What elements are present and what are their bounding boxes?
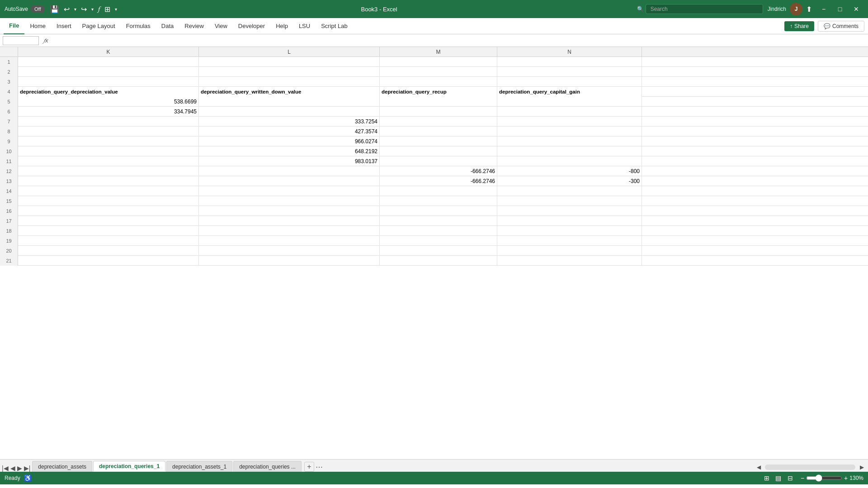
cell-l10[interactable]: 648.2192 xyxy=(199,146,380,156)
row-number[interactable]: 5 xyxy=(0,97,18,107)
row-number[interactable]: 20 xyxy=(0,246,18,256)
comments-button[interactable]: 💬 Comments xyxy=(818,21,864,32)
row-number[interactable]: 13 xyxy=(0,176,18,186)
cell-k10[interactable] xyxy=(18,146,199,156)
row-number[interactable]: 16 xyxy=(0,206,18,216)
cell-n5[interactable] xyxy=(497,97,642,107)
cell-m13[interactable]: -666.2746 xyxy=(380,176,497,186)
cell-m2[interactable] xyxy=(380,67,497,77)
cell-n8[interactable] xyxy=(497,127,642,136)
cell-m10[interactable] xyxy=(380,146,497,156)
sheet-tab-depreciation-queries[interactable]: depreciation_queries ... xyxy=(233,461,302,472)
search-input[interactable] xyxy=(646,4,763,14)
autosave-toggle[interactable]: Off xyxy=(31,5,44,13)
avatar[interactable]: J xyxy=(790,3,802,15)
cell-k2[interactable] xyxy=(18,67,199,77)
undo-icon[interactable]: ↩ xyxy=(64,5,70,14)
cell-m11[interactable] xyxy=(380,156,497,166)
tab-nav-prev[interactable]: ◀ xyxy=(10,465,15,472)
cell-n9[interactable] xyxy=(497,136,642,146)
row-number[interactable]: 1 xyxy=(0,57,18,67)
row-number[interactable]: 4 xyxy=(0,87,18,97)
cell-n6[interactable] xyxy=(497,107,642,117)
cell-n1[interactable] xyxy=(497,57,642,67)
cell-k3[interactable] xyxy=(18,77,199,87)
row-number[interactable]: 9 xyxy=(0,136,18,146)
row-number[interactable]: 7 xyxy=(0,117,18,127)
row-number[interactable]: 15 xyxy=(0,196,18,206)
scroll-left-button[interactable]: ◀ xyxy=(754,463,763,472)
cell-l13[interactable] xyxy=(199,176,380,186)
cell-k9[interactable] xyxy=(18,136,199,146)
minimize-button[interactable]: − xyxy=(816,3,831,15)
save-icon[interactable]: 💾 xyxy=(50,5,59,14)
undo-dropdown-icon[interactable]: ▾ xyxy=(74,7,76,12)
cell-l7[interactable]: 333.7254 xyxy=(199,117,380,127)
cell-m1[interactable] xyxy=(380,57,497,67)
cell-m7[interactable] xyxy=(380,117,497,127)
horizontal-scrollbar[interactable] xyxy=(765,465,855,470)
col-header-k[interactable]: K xyxy=(18,47,199,56)
cell-n14[interactable] xyxy=(497,186,642,196)
tab-nav-prev-icon[interactable]: ◀ xyxy=(10,465,15,472)
page-break-view-icon[interactable]: ⊟ xyxy=(785,473,795,483)
redo-icon[interactable]: ↪ xyxy=(81,5,87,14)
row-number[interactable]: 3 xyxy=(0,77,18,87)
tab-lsu[interactable]: LSU xyxy=(293,18,316,34)
share-button[interactable]: ↑ Share xyxy=(784,21,814,31)
cell-n12[interactable]: -800 xyxy=(497,166,642,176)
upload-icon[interactable]: ⬆ xyxy=(806,5,812,14)
zoom-in-icon[interactable]: + xyxy=(844,474,848,482)
cell-k13[interactable] xyxy=(18,176,199,186)
col-header-m[interactable]: M xyxy=(380,47,497,56)
sheet-tab-depreciation-assets-1[interactable]: depreciation_assets_1 xyxy=(166,461,232,472)
scroll-right-button[interactable]: ▶ xyxy=(857,463,866,472)
cell-m5[interactable] xyxy=(380,97,497,107)
cell-l1[interactable] xyxy=(199,57,380,67)
col-header-n[interactable]: N xyxy=(497,47,642,56)
cell-m4[interactable]: depreciation_query_recup xyxy=(380,87,497,97)
tab-help[interactable]: Help xyxy=(270,18,293,34)
tab-developer[interactable]: Developer xyxy=(233,18,270,34)
page-layout-view-icon[interactable]: ▤ xyxy=(774,473,783,483)
cell-k7[interactable] xyxy=(18,117,199,127)
tab-formulas[interactable]: Formulas xyxy=(121,18,156,34)
sheet-tab-depreciation-assets[interactable]: depreciation_assets xyxy=(32,461,92,472)
row-number[interactable]: 2 xyxy=(0,67,18,77)
normal-view-icon[interactable]: ⊞ xyxy=(762,473,772,483)
tab-nav-next-icon[interactable]: ▶ xyxy=(17,465,22,472)
tab-insert[interactable]: Insert xyxy=(51,18,77,34)
add-sheet-button[interactable]: + xyxy=(304,462,314,472)
cell-l5[interactable] xyxy=(199,97,380,107)
row-number[interactable]: 17 xyxy=(0,216,18,226)
cell-l4[interactable]: depreciation_query_written_down_value xyxy=(199,87,380,97)
cell-m12[interactable]: -666.2746 xyxy=(380,166,497,176)
tab-nav-left[interactable]: |◀ xyxy=(2,465,9,472)
row-number[interactable]: 12 xyxy=(0,166,18,176)
cell-k11[interactable] xyxy=(18,156,199,166)
row-number[interactable]: 21 xyxy=(0,256,18,266)
cell-n4[interactable]: depreciation_query_capital_gain xyxy=(497,87,642,97)
grid-dropdown-icon[interactable]: ▾ xyxy=(115,7,117,12)
cell-k6[interactable]: 334.7945 xyxy=(18,107,199,117)
col-header-l[interactable]: L xyxy=(199,47,380,56)
cell-l8[interactable]: 427.3574 xyxy=(199,127,380,136)
cell-l11[interactable]: 983.0137 xyxy=(199,156,380,166)
cell-l3[interactable] xyxy=(199,77,380,87)
row-number[interactable]: 14 xyxy=(0,186,18,196)
cell-l14[interactable] xyxy=(199,186,380,196)
name-box[interactable] xyxy=(3,36,39,45)
cell-n10[interactable] xyxy=(497,146,642,156)
tab-nav-next[interactable]: ▶ xyxy=(17,465,22,472)
tab-nav-first-icon[interactable]: |◀ xyxy=(2,465,9,472)
redo-dropdown-icon[interactable]: ▾ xyxy=(91,7,94,12)
tab-review[interactable]: Review xyxy=(179,18,209,34)
more-tabs-button[interactable]: ⋯ xyxy=(314,462,324,472)
cell-n2[interactable] xyxy=(497,67,642,77)
cell-k12[interactable] xyxy=(18,166,199,176)
cell-m9[interactable] xyxy=(380,136,497,146)
cell-n7[interactable] xyxy=(497,117,642,127)
cell-n11[interactable] xyxy=(497,156,642,166)
tab-nav-last-icon[interactable]: ▶| xyxy=(24,465,31,472)
cell-m3[interactable] xyxy=(380,77,497,87)
